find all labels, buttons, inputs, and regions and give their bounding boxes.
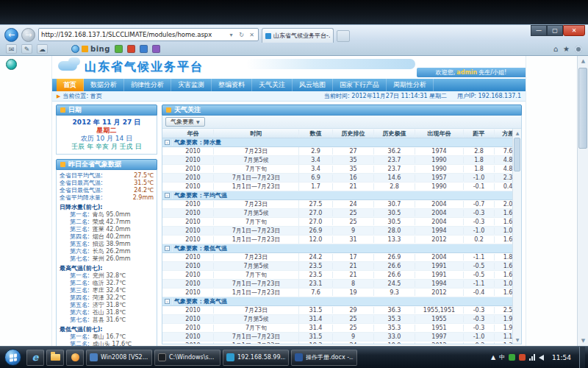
element-filter-button[interactable]: 气象要素 ▼ xyxy=(165,117,205,127)
cell-anomaly: -1.1 xyxy=(464,254,495,261)
antivirus-tray-icon[interactable] xyxy=(509,354,515,361)
home-icon[interactable]: ⌂ xyxy=(553,45,558,53)
collapse-icon[interactable]: - xyxy=(165,193,170,198)
nav-item[interactable]: 周期性分析 xyxy=(387,79,434,91)
url-text[interactable]: http://192.168.137.1/SLCCLIMATE/modules/… xyxy=(41,31,225,38)
cloud-icon[interactable]: ☁ xyxy=(37,44,48,54)
scroll-down-icon[interactable]: ▼ xyxy=(513,336,522,344)
bing-logo-text[interactable]: bing xyxy=(90,45,110,53)
maximize-button[interactable]: ▢ xyxy=(547,25,563,36)
nav-item[interactable]: 数据分析 xyxy=(84,79,124,91)
stat-line: 全省平均降水量: 2.9mm xyxy=(60,194,154,202)
cell-extreme: 23.7 xyxy=(374,166,415,172)
addon-icon[interactable] xyxy=(115,45,123,53)
taskbar-window-button[interactable]: 操作手册.docx -... xyxy=(291,350,357,366)
taskbar-window-button[interactable]: Win2008 [VS2... xyxy=(86,350,152,366)
rank-label: 第三名: xyxy=(70,287,90,294)
messenger-icon[interactable] xyxy=(71,45,79,53)
collapse-icon[interactable]: - xyxy=(165,299,170,304)
taskbar-window-button[interactable]: 192.168.58.99... xyxy=(223,350,289,366)
ranking-item: 第四名: 烟台 40.2mm xyxy=(60,233,154,241)
back-button[interactable]: ← xyxy=(4,28,18,42)
scroll-up-icon[interactable]: ▲ xyxy=(578,56,588,66)
cell-extreme: 36.2 xyxy=(374,148,415,155)
table-row: 2010 7月下旬 27.0 25 30.5 2004 -0.3 xyxy=(162,218,521,227)
stat-label: 全省日平均气温: xyxy=(60,172,103,180)
cell-value: 12.0 xyxy=(299,236,333,243)
page-scrollbar[interactable]: ▲ ▼ xyxy=(577,56,588,346)
address-bar[interactable]: http://192.168.137.1/SLCCLIMATE/modules/… xyxy=(38,28,259,41)
explorer-folder-icon[interactable] xyxy=(46,350,64,366)
cell-rank: 17 xyxy=(333,254,374,261)
cell-extreme: 30.7 xyxy=(374,201,415,208)
rank-label: 第五名: xyxy=(70,302,90,309)
volume-icon[interactable] xyxy=(539,355,544,361)
cell-rank: 35 xyxy=(333,157,374,163)
collapse-icon[interactable]: - xyxy=(165,140,170,145)
panel-bullet-icon xyxy=(60,162,65,167)
rank-value: 招远 38.9mm xyxy=(93,241,131,248)
addon-icon[interactable] xyxy=(140,45,148,53)
cell-year: 2010 xyxy=(173,333,214,340)
cell-anomaly: 0.2 xyxy=(464,236,495,243)
scroll-down-icon[interactable]: ▼ xyxy=(578,336,588,346)
security-tray-icon[interactable] xyxy=(519,354,526,361)
table-section-row[interactable]: - 气象要素：最高气温 xyxy=(162,297,521,306)
minimize-button[interactable]: — xyxy=(531,25,547,36)
ie-taskbar-icon[interactable]: e xyxy=(26,350,44,366)
address-dropdown-icon[interactable]: ▾ xyxy=(227,32,235,38)
cell-year: 2010 xyxy=(173,316,214,322)
main-column: 天气关注 气象要素 ▼ 年份 xyxy=(162,105,522,346)
input-method-icon[interactable]: 中 xyxy=(499,353,505,361)
close-button[interactable]: ✕ xyxy=(563,25,585,36)
start-button[interactable] xyxy=(4,349,21,366)
bing-search-area[interactable]: bing xyxy=(71,45,110,53)
cell-anomaly: -0.2 xyxy=(464,342,495,344)
watch-panel-title: 天气关注 xyxy=(174,105,201,115)
nav-item[interactable]: 韵律性分析 xyxy=(124,79,171,91)
nav-item[interactable]: 整编资料 xyxy=(212,79,252,91)
nav-item[interactable]: 首页 xyxy=(57,79,84,91)
stop-icon[interactable]: ✕ xyxy=(248,32,256,38)
table-section-row[interactable]: - 气象要素：平均气温 xyxy=(162,191,521,200)
rank-value: 蓬莱 42.0mm xyxy=(93,226,131,233)
nav-item[interactable]: 国家下行产品 xyxy=(333,79,387,91)
favorites-star-icon[interactable]: ★ xyxy=(563,45,570,53)
rank-label: 第三名: xyxy=(70,226,90,233)
skin-gadget-icon[interactable] xyxy=(6,59,17,70)
table-section-row[interactable]: - 气象要素：降水量 xyxy=(162,138,521,147)
table-scroll-thumb[interactable] xyxy=(514,138,520,171)
section-label: 气象要素：最低气温 xyxy=(173,244,521,252)
tools-gear-icon[interactable] xyxy=(575,46,582,53)
ranking-item: 第七名: 莱州 26.0mm xyxy=(60,255,154,263)
mail-icon[interactable]: ✉ xyxy=(6,44,17,54)
cell-extreme: 24.5 xyxy=(374,280,415,287)
new-tab-button[interactable] xyxy=(337,30,350,42)
cell-value: 31.4 xyxy=(299,325,333,331)
nav-item[interactable]: 灾害监测 xyxy=(171,79,212,91)
addon-icon[interactable] xyxy=(152,45,160,53)
taskbar-clock[interactable]: 11:54 xyxy=(548,354,576,361)
addon-icon[interactable] xyxy=(127,45,135,53)
nav-item[interactable]: 天气关注 xyxy=(252,79,293,91)
show-desktop-button[interactable] xyxy=(579,347,585,368)
page-scroll-thumb[interactable] xyxy=(578,68,587,149)
forward-button[interactable]: → xyxy=(21,28,35,42)
window-title: Win2008 [VS2... xyxy=(101,354,148,361)
taskbar-window-button[interactable]: C:\Windows\s... xyxy=(154,350,220,366)
nav-item[interactable]: 风云地图 xyxy=(293,79,333,91)
rank-label: 第一名: xyxy=(70,272,90,280)
tray-overflow-icon[interactable]: ▲ xyxy=(491,354,495,361)
compose-icon[interactable]: ✎ xyxy=(21,44,32,54)
cell-value: 26.9 xyxy=(299,227,333,234)
stat-line: 全省日最高气温: 31.5℃ xyxy=(60,180,154,187)
collapse-icon[interactable]: - xyxy=(165,246,170,251)
table-section-row[interactable]: - 气象要素：最低气温 xyxy=(162,244,521,253)
refresh-icon[interactable]: ↻ xyxy=(237,32,245,38)
browser-tab[interactable]: 山东省气候业务平台-... xyxy=(262,28,334,43)
network-icon[interactable] xyxy=(529,354,535,361)
media-player-icon[interactable] xyxy=(66,350,84,366)
cell-rank: 25 xyxy=(333,316,374,322)
scroll-up-icon[interactable]: ▲ xyxy=(513,129,522,137)
table-scrollbar[interactable]: ▲ ▼ xyxy=(512,129,521,344)
